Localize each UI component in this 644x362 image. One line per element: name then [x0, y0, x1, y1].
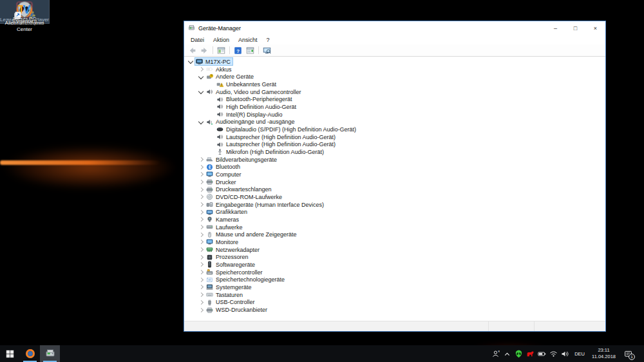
tree-item[interactable]: Mäuse und andere Zeigegeräte: [184, 231, 605, 238]
tray-people-icon[interactable]: R: [491, 349, 500, 359]
monitor-icon: [206, 238, 213, 245]
expand-arrow-icon[interactable]: [197, 186, 205, 193]
taskbar-clock[interactable]: 23:11 11.04.2018: [589, 347, 618, 360]
printer-icon: [206, 186, 213, 193]
console-tree-button[interactable]: [216, 46, 227, 55]
tree-item[interactable]: Intel(R) Display-Audio: [184, 111, 605, 119]
menu-item-datei[interactable]: Datei: [186, 36, 209, 44]
tree-item[interactable]: Prozessoren: [184, 253, 605, 261]
tree-item[interactable]: Audio, Video und Gamecontroller: [184, 88, 605, 96]
expand-arrow-icon[interactable]: [197, 216, 205, 223]
tree-item[interactable]: Speichertechnologiegeräte: [184, 276, 605, 283]
tree-item[interactable]: USB-Controller: [184, 299, 605, 307]
tree-item[interactable]: High Definition Audio-Gerät: [184, 103, 605, 111]
forward-button[interactable]: [199, 46, 210, 55]
tree-item[interactable]: Speichercontroller: [184, 269, 605, 276]
tree-item[interactable]: Systemgeräte: [184, 283, 605, 291]
collapse-arrow-icon[interactable]: [197, 88, 205, 95]
tree-item[interactable]: Bluetooth: [184, 163, 605, 171]
tree-item-label: Audioeingänge und -ausgänge: [216, 119, 295, 125]
tree-item[interactable]: Grafikkarten: [184, 208, 605, 216]
expand-arrow-icon[interactable]: [197, 178, 205, 186]
tree-item[interactable]: Akkus: [184, 66, 605, 73]
close-button[interactable]: ×: [585, 21, 605, 35]
chevron-up-icon: [503, 350, 511, 358]
tree-item[interactable]: DVD/CD-ROM-Laufwerke: [184, 193, 605, 201]
tree-item-label: Tastaturen: [216, 292, 243, 298]
menu-item-?[interactable]: ?: [262, 36, 274, 44]
expand-arrow-icon[interactable]: [197, 224, 205, 231]
tray-battery-icon[interactable]: [537, 349, 547, 359]
tree-item[interactable]: Kameras: [184, 216, 605, 224]
expand-arrow-icon[interactable]: [197, 307, 205, 314]
action-center-button[interactable]: 1: [620, 345, 636, 362]
taskbar-app-device-manager[interactable]: [40, 345, 60, 362]
tree-item[interactable]: Drucker: [184, 178, 605, 186]
twisty-spacer: [207, 133, 216, 140]
expand-arrow-icon[interactable]: [197, 246, 205, 253]
tree-item[interactable]: Bildverarbeitungsgeräte: [184, 156, 605, 164]
tree-item[interactable]: Lautsprecher (High Definition Audio-Gerä…: [184, 133, 605, 141]
tree-item[interactable]: Audioeingänge und -ausgänge: [184, 118, 605, 126]
maximize-button[interactable]: □: [565, 21, 585, 35]
taskbar-app-firefox[interactable]: [20, 345, 40, 362]
expand-arrow-icon[interactable]: [197, 269, 205, 276]
tree-item[interactable]: Tastaturen: [184, 291, 605, 299]
titlebar[interactable]: Geräte-Manager – □ ×: [184, 21, 605, 35]
menu-item-ansicht[interactable]: Ansicht: [234, 36, 262, 44]
twisty-spacer: [207, 148, 216, 155]
tree-item[interactable]: Mikrofon (High Definition Audio-Gerät): [184, 148, 605, 156]
expand-arrow-icon[interactable]: [197, 254, 205, 261]
expand-arrow-icon[interactable]: [197, 291, 205, 298]
tree-item[interactable]: Digitalaudio (S/PDIF) (High Definition A…: [184, 126, 605, 133]
tree-item[interactable]: Bluetooth-Peripheriegerät: [184, 95, 605, 103]
expand-arrow-icon[interactable]: [197, 299, 205, 306]
expand-arrow-icon[interactable]: [197, 231, 205, 238]
tree-item[interactable]: Laufwerke: [184, 224, 605, 231]
tray-volume-icon[interactable]: [560, 349, 570, 359]
expand-arrow-icon[interactable]: [197, 209, 205, 216]
properties-button[interactable]: [245, 46, 256, 55]
tray-wifi-icon[interactable]: [549, 349, 558, 359]
back-button[interactable]: [187, 46, 198, 55]
tree-item[interactable]: Eingabegeräte (Human Interface Devices): [184, 201, 605, 209]
tree-item[interactable]: Lautsprecher (High Definition Audio-Gerä…: [184, 140, 605, 148]
tree-item[interactable]: Druckwarteschlangen: [184, 186, 605, 193]
tree-item-label: Andere Geräte: [216, 73, 254, 80]
window-app-icon: [188, 23, 195, 34]
tray-chevron-up-icon[interactable]: [502, 349, 512, 359]
expand-arrow-icon[interactable]: [197, 261, 205, 268]
tray-bullguard-icon[interactable]: [526, 349, 535, 359]
expand-arrow-icon[interactable]: [197, 276, 205, 283]
desktop-icon-vgenial[interactable]: TVVgenial: [0, 0, 49, 26]
tray-alienware-icon[interactable]: [514, 349, 524, 359]
language-indicator[interactable]: DEU: [572, 351, 587, 357]
twisty-spacer: [207, 141, 216, 148]
expand-arrow-icon[interactable]: [197, 201, 205, 208]
collapse-arrow-icon[interactable]: [197, 73, 205, 81]
expand-arrow-icon[interactable]: [197, 193, 205, 200]
tree-item[interactable]: Netzwerkadapter: [184, 246, 605, 254]
minimize-button[interactable]: –: [545, 21, 565, 35]
tree-item[interactable]: Unbekanntes Gerät: [184, 81, 605, 88]
scan-hardware-button[interactable]: [261, 46, 272, 55]
expand-arrow-icon[interactable]: [197, 164, 205, 171]
menu-item-aktion[interactable]: Aktion: [209, 36, 234, 44]
expand-arrow-icon[interactable]: [197, 238, 205, 245]
start-button[interactable]: [0, 345, 20, 362]
collapse-arrow-icon[interactable]: [197, 119, 205, 126]
devmgr-icon: [45, 348, 55, 359]
tree-item[interactable]: M17X-PC: [184, 58, 605, 66]
tree-item[interactable]: Softwaregeräte: [184, 261, 605, 269]
expand-arrow-icon[interactable]: [197, 171, 205, 178]
expand-arrow-icon[interactable]: [197, 66, 205, 73]
expand-arrow-icon[interactable]: [197, 156, 205, 163]
expand-arrow-icon[interactable]: [197, 283, 205, 291]
tree-item[interactable]: WSD-Druckanbieter: [184, 306, 605, 314]
tree-item[interactable]: Monitore: [184, 238, 605, 246]
tree-item-label: Eingabegeräte (Human Interface Devices): [216, 202, 324, 208]
collapse-arrow-icon[interactable]: [187, 58, 195, 65]
help-button[interactable]: ?: [232, 46, 243, 55]
tree-item[interactable]: ?Andere Geräte: [184, 73, 605, 81]
tree-item[interactable]: Computer: [184, 171, 605, 178]
